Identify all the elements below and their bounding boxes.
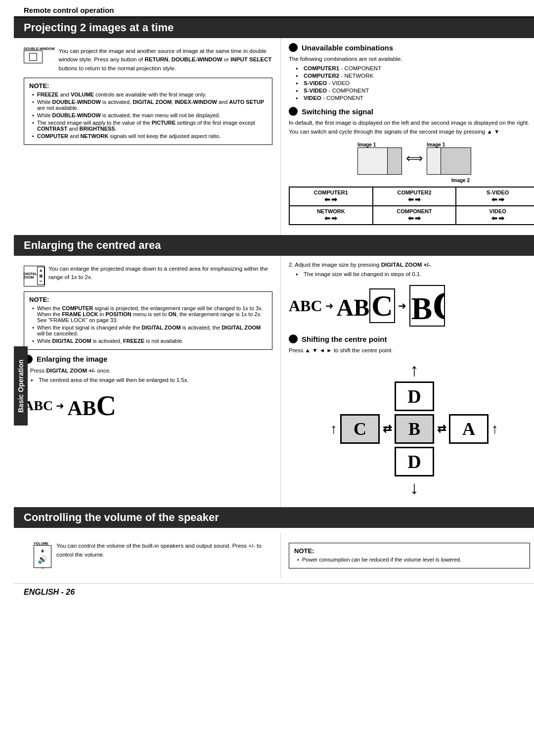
note-title-2: NOTE: — [29, 296, 267, 303]
signal-arrows: ⬅➡ — [324, 214, 337, 222]
right-arrow: ↑ — [491, 421, 498, 437]
enlarge-image-header: Enlarging the image — [24, 355, 272, 364]
note-item: The second image will apply to the value… — [32, 120, 267, 132]
unavailable-title: Unavailable combinations — [302, 44, 393, 52]
section2-header: Enlarging the centred area — [14, 235, 534, 256]
note-item: While DOUBLE-WINDOW is activated, DIGITA… — [32, 99, 267, 111]
section2-content: DIGITAL ZOOM + ▦ − You can enlarge the p… — [14, 256, 534, 508]
switching-title: Switching the signal — [302, 107, 373, 116]
volume-text: You can control the volume of the built-… — [56, 542, 272, 559]
signal-table-container: COMPUTER1 ⬅➡ COMPUTER2 ⬅➡ S-VIDEO — [289, 187, 534, 225]
swap-arrow: ⟺ — [406, 151, 423, 165]
unavail-item: S-VIDEO - VIDEO — [296, 80, 534, 86]
vol-minus: − — [41, 564, 44, 571]
cell-label: NETWORK — [317, 208, 345, 214]
bottom-arrow-row: ↓ — [410, 477, 419, 498]
section1-header: Projecting 2 images at a time — [14, 17, 534, 38]
enlarge-sub-list: The centred area of the image will then … — [24, 377, 272, 383]
note-item: While DOUBLE-WINDOW is activated, the ma… — [32, 112, 267, 118]
centre-middle-row: ↑ C ⇄ B ⇄ A ↑ — [330, 414, 498, 444]
shifting-text: Press ▲ ▼ ◄ ► to shift the centre point. — [289, 346, 534, 355]
down-arrow: ↓ — [410, 477, 419, 498]
signal-arrows: ⬅➡ — [491, 195, 504, 203]
abc-small-diagram: ABC ➜ ABC — [24, 390, 272, 422]
bullet-icon — [289, 43, 298, 52]
note-item: Power consumption can be reduced if the … — [297, 557, 525, 563]
section3-header: Controlling the volume of the speaker — [14, 507, 534, 528]
section2-left: DIGITAL ZOOM + ▦ − You can enlarge the p… — [14, 256, 281, 508]
abc-s3: BC — [409, 285, 445, 327]
vol-plus: + — [41, 547, 44, 555]
projecting-intro: DOUBLE-WINDOW You can project the image … — [24, 47, 272, 73]
footer: ENGLISH - 26 — [14, 583, 534, 601]
signal-cell-component: COMPONENT ⬅➡ — [373, 206, 456, 225]
dw-box — [24, 50, 43, 63]
note-list-3: Power consumption can be reduced if the … — [294, 557, 525, 563]
step2-text: 2. Adjust the image size by pressing DIG… — [289, 261, 534, 269]
cell-label: VIDEO — [490, 208, 506, 214]
img-right-container: Image 1 Image 2 — [427, 142, 471, 175]
img1-label: Image 1 — [357, 142, 376, 147]
section2-right: 2. Adjust the image size by pressing DIG… — [281, 256, 534, 508]
swap-arrows: ⇄ — [383, 423, 392, 435]
signal-cell-svideo: S-VIDEO ⬅➡ — [456, 187, 534, 206]
shifting-header: Shifting the centre point — [289, 334, 534, 343]
vol-speaker: 🔊 — [38, 555, 47, 564]
signal-arrows: ⬅➡ — [324, 195, 337, 203]
top-letter-row: D — [395, 381, 434, 411]
switching-header: Switching the signal — [289, 107, 534, 116]
img-left-container: Image 1 — [357, 142, 402, 175]
projecting-text: You can project the image and another so… — [59, 47, 272, 73]
unavail-item: VIDEO - COMPONENT — [296, 95, 534, 101]
cell-label: COMPUTER1 — [314, 189, 348, 195]
cell-label: COMPONENT — [397, 208, 432, 214]
signal-cell-computer2: COMPUTER2 ⬅➡ — [373, 187, 456, 206]
enlarge-sub-item: The centred area of the image will then … — [31, 377, 272, 383]
side-tab: Basic Operation — [14, 346, 28, 425]
abc-large-diagram: ABC ➜ ABC ➜ BC — [289, 285, 534, 327]
centre-arrows2: ⇄ — [437, 423, 446, 435]
switching-text: In default, the first image is displayed… — [289, 119, 534, 136]
section1-right: Unavailable combinations The following c… — [281, 38, 534, 235]
dz-minus: − — [39, 278, 42, 284]
digital-zoom-icon: DIGITAL ZOOM + ▦ − — [24, 266, 44, 286]
page-header: Remote control operation — [14, 0, 534, 17]
volume-icon: + 🔊 − — [34, 545, 51, 568]
note-title: NOTE: — [29, 82, 267, 90]
centre-diagram: ↑ D ↑ C ⇄ B ⇄ A ↑ — [289, 360, 534, 498]
img2-label: Image 2 — [451, 178, 470, 183]
centre-cell-top: D — [395, 381, 434, 411]
signal-cell-computer1: COMPUTER1 ⬅➡ — [289, 187, 373, 206]
double-window-icon: DOUBLE-WINDOW — [24, 47, 55, 63]
note-item: FREEZE and VOLUME controls are available… — [32, 92, 267, 97]
unavailable-intro: The following combinations are not avail… — [289, 55, 534, 63]
note-item: While DIGITAL ZOOM is activated, FREEZE … — [32, 338, 267, 344]
arrow-right-1: ➜ — [56, 400, 64, 412]
unavailable-header: Unavailable combinations — [289, 43, 534, 52]
signal-arrows: ⬅➡ — [491, 214, 504, 222]
dz-plus: + — [39, 268, 42, 274]
note-list: FREEZE and VOLUME controls are available… — [29, 92, 267, 139]
section1-content: DOUBLE-WINDOW You can project the image … — [14, 38, 534, 235]
centre-cell-c: C — [340, 414, 380, 444]
centre-cell-bottom: D — [395, 447, 434, 476]
section1-note: NOTE: FREEZE and VOLUME controls are ava… — [24, 78, 272, 145]
bottom-letter-row: D — [395, 447, 434, 476]
note-item: When the COMPUTER signal is projected, t… — [32, 305, 267, 323]
abc-medium: ABC — [67, 390, 116, 422]
enlarge-image-title: Enlarging the image — [37, 355, 107, 363]
volume-intro: VOLUME + 🔊 − You can control the volume … — [34, 542, 272, 568]
volume-icon-group: VOLUME + 🔊 − — [34, 542, 51, 568]
note-list-2: When the COMPUTER signal is projected, t… — [29, 305, 267, 344]
note-item: When the input signal is changed while t… — [32, 325, 267, 336]
section1-left: DOUBLE-WINDOW You can project the image … — [14, 38, 281, 235]
section3-right: NOTE: Power consumption can be reduced i… — [281, 533, 534, 578]
signal-table: COMPUTER1 ⬅➡ COMPUTER2 ⬅➡ S-VIDEO — [289, 187, 534, 225]
abc-s1: ABC — [289, 297, 322, 315]
signal-arrows: ⬅➡ — [408, 195, 421, 203]
signal-arrows: ⬅➡ — [408, 214, 421, 222]
signal-cell-network: NETWORK ⬅➡ — [289, 206, 373, 225]
centre-arrows: ⇄ — [383, 423, 392, 435]
vol-label: VOLUME — [34, 542, 48, 545]
section2-note: NOTE: When the COMPUTER signal is projec… — [24, 291, 272, 350]
